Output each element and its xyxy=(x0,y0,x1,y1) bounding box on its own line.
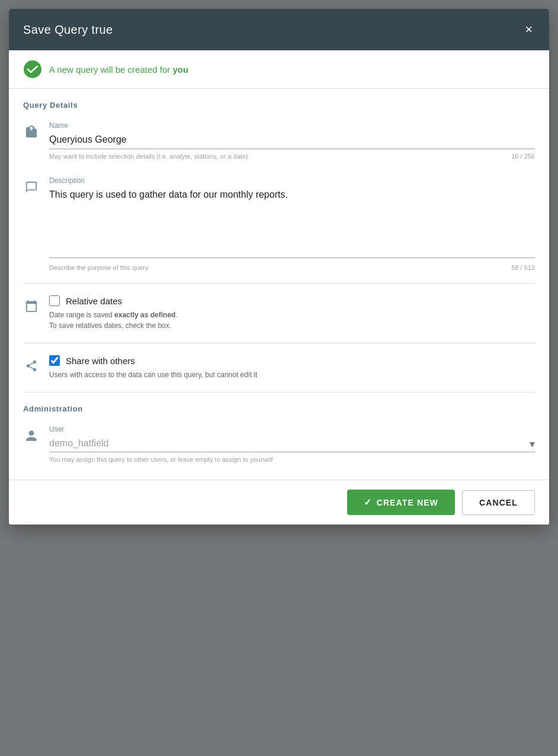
modal-footer: ✓ CREATE NEW CANCEL xyxy=(9,480,549,525)
calendar-icon xyxy=(23,298,40,314)
name-hint-row: May want to include selection details (i… xyxy=(49,153,535,160)
cancel-button[interactable]: CANCEL xyxy=(462,490,535,515)
relative-dates-checkbox[interactable] xyxy=(49,295,60,306)
relative-dates-label: Relative dates xyxy=(66,296,122,306)
divider-1 xyxy=(23,283,535,284)
user-icon xyxy=(23,427,40,444)
name-input[interactable] xyxy=(49,132,535,149)
administration-section-title: Administration xyxy=(23,404,535,413)
success-banner: A new query will be created for you xyxy=(9,50,549,89)
relative-dates-content: Relative dates Date range is saved exact… xyxy=(49,295,178,331)
share-icon xyxy=(23,358,40,374)
share-hint: Users with access to the data can use th… xyxy=(49,369,257,380)
modal-title: Save Query true xyxy=(23,23,113,37)
user-dropdown-wrapper: demo_hatfield ▾ xyxy=(49,436,535,452)
success-icon xyxy=(23,60,42,79)
user-field-row: User demo_hatfield ▾ You may assign this… xyxy=(23,425,535,463)
name-field: Name May want to include selection detai… xyxy=(49,121,535,160)
name-icon xyxy=(23,124,40,140)
relative-dates-hint: Date range is saved exactly as defined. … xyxy=(49,310,178,331)
relative-dates-row: Relative dates Date range is saved exact… xyxy=(23,295,535,331)
query-details-section-title: Query Details xyxy=(23,101,535,110)
svg-point-0 xyxy=(24,60,41,78)
name-label: Name xyxy=(49,121,535,130)
description-label: Description xyxy=(49,176,535,185)
create-new-label: CREATE NEW xyxy=(377,498,438,507)
description-count: 58 / 512 xyxy=(511,264,535,271)
close-button[interactable]: × xyxy=(522,21,535,38)
user-hint-text: You may assign this query to other users… xyxy=(49,456,272,463)
user-select[interactable]: demo_hatfield xyxy=(49,436,535,452)
share-row: Share with others Users with access to t… xyxy=(23,355,535,380)
description-icon xyxy=(23,179,40,195)
create-new-button[interactable]: ✓ CREATE NEW xyxy=(347,490,455,515)
description-hint-text: Describe the purpose of this query xyxy=(49,264,149,271)
name-field-row: Name May want to include selection detai… xyxy=(23,121,535,160)
save-query-modal: Save Query true × A new query will be cr… xyxy=(9,9,549,525)
name-hint-text: May want to include selection details (i… xyxy=(49,153,248,160)
divider-3 xyxy=(23,392,535,393)
share-checkbox[interactable] xyxy=(49,355,60,366)
relative-dates-label-row: Relative dates xyxy=(49,295,178,306)
description-field-row: Description This query is used to gather… xyxy=(23,176,535,271)
user-label: User xyxy=(49,425,535,433)
share-label: Share with others xyxy=(66,356,135,366)
divider-2 xyxy=(23,343,535,343)
description-hint-row: Describe the purpose of this query 58 / … xyxy=(49,264,535,271)
banner-text: A new query will be created for you xyxy=(49,65,188,75)
user-hint-row: You may assign this query to other users… xyxy=(49,456,535,463)
user-field: User demo_hatfield ▾ You may assign this… xyxy=(49,425,535,463)
modal-header: Save Query true × xyxy=(9,9,549,50)
share-content: Share with others Users with access to t… xyxy=(49,355,257,380)
create-checkmark-icon: ✓ xyxy=(364,497,372,508)
description-field: Description This query is used to gather… xyxy=(49,176,535,271)
modal-body: Query Details Name May want to include s… xyxy=(9,89,549,480)
share-label-row: Share with others xyxy=(49,355,257,366)
name-count: 16 / 256 xyxy=(511,153,535,160)
description-textarea[interactable]: This query is used to gather data for ou… xyxy=(49,187,535,258)
